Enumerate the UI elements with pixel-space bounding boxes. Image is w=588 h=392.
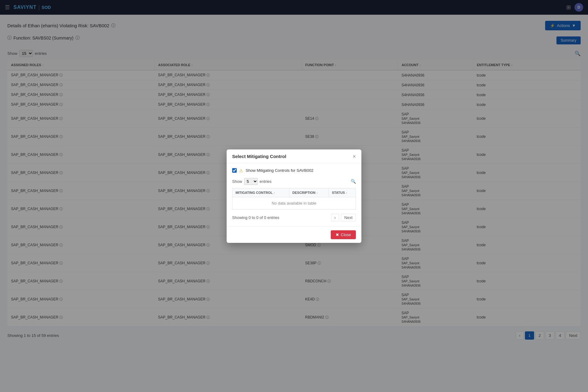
modal-close-button[interactable]: ✖ Close bbox=[331, 230, 356, 239]
modal-next-button[interactable]: Next bbox=[341, 214, 356, 221]
checkbox-row: ⚠ Show Mitigating Controls for SAVB002 bbox=[232, 168, 356, 173]
modal-entries-select[interactable]: 5 10 25 bbox=[244, 178, 258, 185]
modal-title: Select Mitigating Control bbox=[232, 154, 286, 159]
checkbox-label: Show Mitigating Controls for SAVB002 bbox=[246, 168, 314, 173]
modal-showing-text: Showing 0 to 0 of 0 entries bbox=[232, 215, 279, 220]
modal-show-label: Show bbox=[232, 179, 242, 184]
modal-pagination-buttons: ‹ Next bbox=[331, 214, 356, 221]
modal-pagination: Showing 0 to 0 of 0 entries ‹ Next bbox=[232, 214, 356, 221]
modal-table: MITIGATING CONTROL ↕ DESCRIPTION ↕ STATU… bbox=[232, 188, 356, 209]
show-mitigating-controls-checkbox[interactable] bbox=[232, 168, 237, 173]
modal-col-status[interactable]: STATUS ↕ bbox=[329, 188, 356, 197]
modal-close-x-button[interactable]: × bbox=[352, 154, 356, 159]
modal-table-empty-row: No data available in table bbox=[232, 197, 356, 209]
modal-footer: ✖ Close bbox=[227, 226, 361, 243]
modal-overlay[interactable]: Select Mitigating Control × ⚠ Show Mitig… bbox=[0, 0, 588, 392]
modal-show-entries-control: Show 5 10 25 entries bbox=[232, 178, 272, 185]
modal-select-mitigating-control: Select Mitigating Control × ⚠ Show Mitig… bbox=[227, 149, 361, 243]
close-btn-label: Close bbox=[341, 232, 351, 237]
modal-entries-label: entries bbox=[260, 179, 272, 184]
warning-icon: ⚠ bbox=[239, 168, 243, 173]
modal-search-icon[interactable]: 🔍 bbox=[351, 179, 356, 184]
close-x-icon: ✖ bbox=[336, 232, 339, 237]
modal-empty-message: No data available in table bbox=[232, 197, 356, 209]
modal-table-header-row: MITIGATING CONTROL ↕ DESCRIPTION ↕ STATU… bbox=[232, 188, 356, 197]
modal-col-mitigating-control[interactable]: MITIGATING CONTROL ↕ bbox=[232, 188, 289, 197]
modal-body: ⚠ Show Mitigating Controls for SAVB002 S… bbox=[227, 163, 361, 226]
modal-table-controls: Show 5 10 25 entries 🔍 bbox=[232, 178, 356, 185]
modal-prev-button[interactable]: ‹ bbox=[331, 214, 339, 221]
modal-col-description[interactable]: DESCRIPTION ↕ bbox=[289, 188, 329, 197]
modal-header: Select Mitigating Control × bbox=[227, 149, 361, 163]
